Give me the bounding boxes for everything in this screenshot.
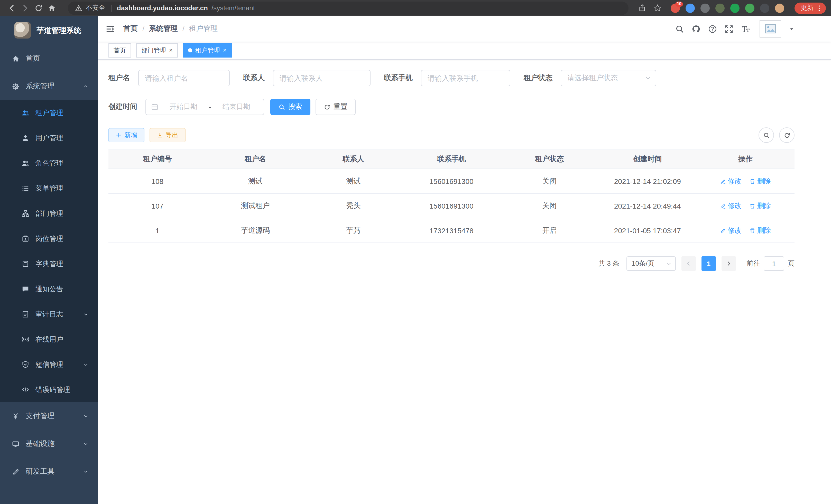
avatar[interactable] — [760, 20, 781, 37]
browser-actions: 10 更新 — [636, 2, 826, 14]
sidebar-item-15[interactable]: 支付管理 — [0, 402, 98, 430]
browser-menu-icon[interactable] — [815, 4, 823, 11]
extension-icon-8[interactable] — [775, 3, 784, 12]
sidebar-item-13[interactable]: 短信管理 — [0, 352, 98, 377]
chevron-down-icon — [83, 414, 88, 419]
refresh-table-button[interactable] — [779, 127, 795, 143]
edit-icon — [720, 178, 726, 184]
close-icon[interactable]: × — [169, 47, 173, 53]
page-size-select[interactable]: 10条/页 — [627, 256, 676, 271]
page-size-chevron-icon — [666, 261, 672, 266]
reload-icon[interactable] — [32, 1, 45, 14]
search-icon[interactable] — [675, 24, 684, 33]
delete-link[interactable]: 删除 — [749, 176, 771, 186]
fullscreen-icon[interactable] — [725, 24, 733, 33]
sidebar-item-11[interactable]: 审计日志 — [0, 302, 98, 327]
add-button[interactable]: 新增 — [109, 128, 144, 142]
page-1-button[interactable]: 1 — [701, 256, 716, 271]
prev-page-button[interactable] — [682, 256, 696, 271]
cell-actions: 修改删除 — [696, 169, 795, 194]
sidebar-item-2[interactable]: 系统管理 — [0, 72, 98, 100]
font-size-icon[interactable] — [741, 24, 750, 33]
next-page-button[interactable] — [721, 256, 736, 271]
extension-icon-5[interactable] — [730, 3, 740, 12]
sidebar-item-3[interactable]: 租户管理 — [0, 100, 98, 125]
breadcrumb-item-2[interactable]: 系统管理 — [149, 24, 178, 33]
edit-link[interactable]: 修改 — [720, 201, 742, 210]
delete-link[interactable]: 删除 — [749, 201, 771, 210]
extension-icon-6[interactable] — [745, 3, 754, 12]
security-label[interactable]: 不安全 — [86, 4, 105, 12]
sidebar-item-5[interactable]: 角色管理 — [0, 151, 98, 176]
tenant-name-label: 租户名 — [109, 73, 130, 83]
share-icon[interactable] — [636, 2, 648, 14]
back-icon[interactable] — [5, 1, 19, 14]
tenant-name-input[interactable] — [138, 70, 230, 86]
extension-icon-1[interactable]: 10 — [671, 3, 680, 12]
close-icon[interactable]: × — [223, 47, 227, 53]
online-icon — [22, 335, 29, 343]
tag-2[interactable]: 部门管理× — [136, 43, 178, 58]
sidebar-item-6[interactable]: 菜单管理 — [0, 176, 98, 201]
date-range-picker[interactable]: 开始日期 - 结束日期 — [145, 99, 264, 115]
cell-mobile: 15601691300 — [402, 194, 500, 218]
edit-link[interactable]: 修改 — [720, 176, 742, 186]
export-button[interactable]: 导出 — [149, 128, 185, 142]
sidebar-item-4[interactable]: 用户管理 — [0, 125, 98, 151]
extension-icon-3[interactable] — [700, 3, 710, 12]
sidebar-item-10[interactable]: 通知公告 — [0, 276, 98, 302]
page-content: 租户名 联系人 联系手机 租户状态 请选择租户状态 — [98, 60, 831, 504]
extension-icon-2[interactable] — [686, 3, 695, 12]
tag-1[interactable]: 首页 — [109, 43, 131, 58]
sidebar-item-7[interactable]: 部门管理 — [0, 201, 98, 226]
update-button[interactable]: 更新 — [795, 2, 826, 13]
sidebar-toggle-icon[interactable] — [105, 24, 115, 34]
sidebar-item-14[interactable]: 错误码管理 — [0, 377, 98, 402]
mobile-input[interactable] — [421, 70, 510, 86]
message-icon — [22, 285, 29, 293]
cell-mobile: 15601691300 — [402, 169, 500, 194]
forward-icon[interactable] — [19, 1, 32, 14]
sidebar-item-label: 字典管理 — [35, 259, 88, 268]
delete-icon — [749, 227, 755, 234]
breadcrumb-separator: / — [182, 25, 184, 33]
help-icon[interactable] — [708, 24, 717, 33]
sidebar-item-label: 支付管理 — [26, 412, 80, 421]
extension-icon-7[interactable] — [760, 3, 769, 12]
breadcrumb-item-1[interactable]: 首页 — [123, 24, 138, 33]
infra-icon — [12, 440, 20, 448]
extension-icon-4[interactable] — [715, 3, 725, 12]
address-bar[interactable]: 不安全 dashboard.yudao.iocoder.cn/system/te… — [68, 1, 629, 14]
pagination: 共 3 条 10条/页 1 前往 页 — [109, 256, 795, 271]
chevron-up-icon — [83, 84, 88, 89]
delete-link[interactable]: 删除 — [749, 226, 771, 235]
column-header: 操作 — [696, 150, 795, 169]
avatar-caret-icon[interactable] — [789, 26, 795, 32]
toggle-search-button[interactable] — [758, 127, 774, 143]
chevron-down-icon — [83, 441, 88, 446]
logo[interactable]: 芋道管理系统 — [0, 16, 98, 45]
tag-3[interactable]: 租户管理× — [183, 43, 232, 58]
browser-home-icon[interactable] — [45, 1, 59, 14]
sidebar-item-17[interactable]: 研发工具 — [0, 458, 98, 485]
sidebar-item-9[interactable]: 字典管理 — [0, 251, 98, 276]
contact-input[interactable] — [273, 70, 371, 86]
edit-link[interactable]: 修改 — [720, 226, 742, 235]
goto-page-input[interactable] — [764, 256, 784, 271]
sidebar-item-12[interactable]: 在线用户 — [0, 327, 98, 352]
sidebar-item-1[interactable]: 首页 — [0, 45, 98, 72]
sidebar-item-label: 在线用户 — [35, 335, 88, 344]
gear-icon — [12, 83, 20, 90]
cell-tenant-id: 1 — [109, 218, 206, 243]
sidebar-item-8[interactable]: 岗位管理 — [0, 226, 98, 251]
search-button[interactable]: 搜索 — [270, 99, 310, 115]
status-select[interactable]: 请选择租户状态 — [561, 70, 656, 86]
github-icon[interactable] — [692, 24, 700, 33]
cell-contact: 秃头 — [305, 194, 402, 218]
sidebar-item-16[interactable]: 基础设施 — [0, 430, 98, 458]
edit-icon — [720, 203, 726, 209]
security-warning-icon[interactable] — [75, 4, 82, 11]
reset-button[interactable]: 重置 — [316, 99, 355, 115]
bookmark-star-icon[interactable] — [651, 2, 663, 14]
cell-create-time: 2021-12-14 21:02:09 — [598, 169, 696, 194]
